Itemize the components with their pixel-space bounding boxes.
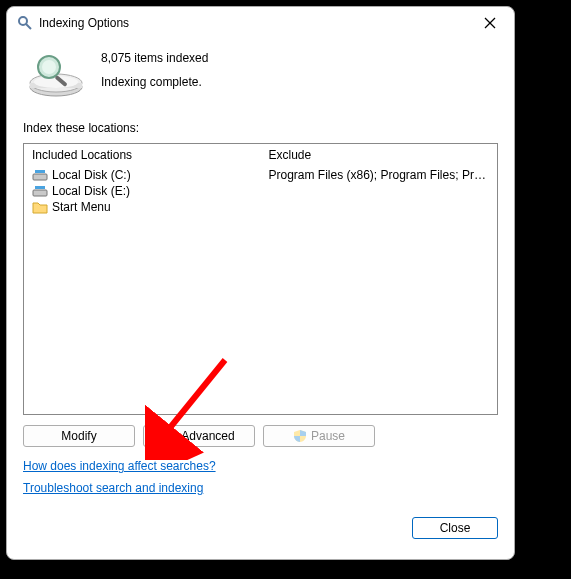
- drive-magnifier-icon: [23, 43, 89, 103]
- included-column: Included Locations Local Disk (C:) Local…: [24, 144, 261, 414]
- indexing-state-label: Indexing complete.: [101, 75, 208, 89]
- svg-rect-13: [33, 190, 47, 196]
- item-label: Local Disk (E:): [52, 184, 130, 198]
- svg-rect-14: [35, 186, 45, 189]
- disk-icon: [32, 184, 48, 198]
- help-link-how[interactable]: How does indexing affect searches?: [23, 459, 498, 473]
- svg-line-1: [26, 24, 31, 29]
- item-label: Start Menu: [52, 200, 111, 214]
- help-links: How does indexing affect searches? Troub…: [23, 459, 498, 503]
- exclude-text: Program Files (x86); Program Files; Prog…: [269, 168, 490, 182]
- indexing-options-icon: [17, 15, 33, 31]
- advanced-button[interactable]: Advanced: [143, 425, 255, 447]
- advanced-label: Advanced: [181, 429, 234, 443]
- items-indexed-label: 8,075 items indexed: [101, 51, 208, 65]
- svg-point-0: [19, 17, 27, 25]
- pause-button: Pause: [263, 425, 375, 447]
- exclude-column: Exclude Program Files (x86); Program Fil…: [261, 144, 498, 414]
- titlebar: Indexing Options: [7, 7, 514, 39]
- status-row: 8,075 items indexed Indexing complete.: [23, 43, 498, 103]
- disk-icon: [32, 168, 48, 182]
- status-text: 8,075 items indexed Indexing complete.: [101, 47, 208, 99]
- included-header: Included Locations: [32, 148, 253, 162]
- svg-rect-12: [35, 170, 45, 173]
- shield-icon: [163, 429, 177, 443]
- locations-listbox[interactable]: Included Locations Local Disk (C:) Local…: [23, 143, 498, 415]
- footer: Close: [23, 517, 498, 539]
- help-link-troubleshoot[interactable]: Troubleshoot search and indexing: [23, 481, 498, 495]
- content-area: 8,075 items indexed Indexing complete. I…: [7, 39, 514, 559]
- window-title: Indexing Options: [39, 16, 474, 30]
- indexing-options-window: Indexing Options 8,075 items indexed In: [6, 6, 515, 560]
- list-item[interactable]: Local Disk (E:): [32, 184, 253, 198]
- exclude-header: Exclude: [269, 148, 490, 162]
- svg-point-9: [42, 60, 56, 74]
- modify-button[interactable]: Modify: [23, 425, 135, 447]
- close-icon[interactable]: [474, 9, 506, 37]
- folder-icon: [32, 200, 48, 214]
- close-button[interactable]: Close: [412, 517, 498, 539]
- modify-label: Modify: [61, 429, 96, 443]
- list-item[interactable]: Start Menu: [32, 200, 253, 214]
- locations-label: Index these locations:: [23, 121, 498, 135]
- button-row: Modify Advanced Pause: [23, 425, 498, 447]
- shield-icon: [293, 429, 307, 443]
- list-item[interactable]: Local Disk (C:): [32, 168, 253, 182]
- item-label: Local Disk (C:): [52, 168, 131, 182]
- svg-rect-11: [33, 174, 47, 180]
- pause-label: Pause: [311, 429, 345, 443]
- close-label: Close: [440, 521, 471, 535]
